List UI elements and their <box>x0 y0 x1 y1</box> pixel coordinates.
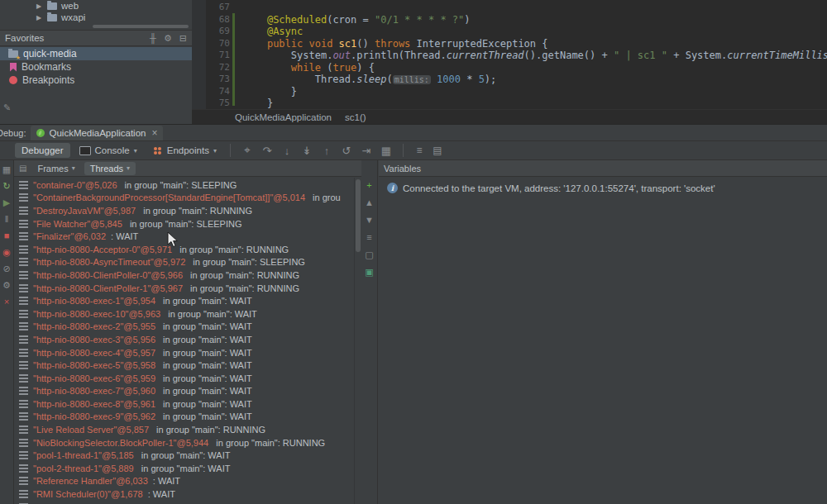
thread-row[interactable]: "http-nio-8080-ClientPoller-0"@5,966 in … <box>14 269 361 282</box>
tab-threads[interactable]: Threads▾ <box>84 162 136 175</box>
tab-frames[interactable]: Frames▾ <box>31 162 80 175</box>
thread-icon <box>19 245 28 254</box>
thread-row[interactable]: "http-nio-8080-exec-3"@5,956 in group "m… <box>14 333 361 346</box>
show-execution-point-icon[interactable]: ⌖ <box>237 144 257 157</box>
thread-state: in group "main": WAIT <box>160 360 252 370</box>
thread-row[interactable]: "File Watcher"@5,845 in group "main": SL… <box>14 217 361 231</box>
thread-row[interactable]: "Reference Handler"@6,033: WAIT <box>14 475 361 488</box>
force-step-into-icon[interactable]: ↡ <box>297 145 317 157</box>
add-watch-icon[interactable]: + <box>366 180 371 191</box>
thread-row[interactable]: "pool-2-thread-1"@5,889 in group "main":… <box>14 462 361 475</box>
thread-row[interactable]: "DestroyJavaVM"@5,987 in group "main": R… <box>14 204 361 217</box>
close-icon[interactable]: × <box>151 127 157 139</box>
tab-label: Console <box>95 145 130 155</box>
breakpoint-icon <box>9 76 17 84</box>
run-to-cursor-icon[interactable]: ⇥ <box>356 145 376 157</box>
thread-icon <box>19 426 28 434</box>
thread-name: "http-nio-8080-exec-3"@5,956 <box>33 335 155 345</box>
snapshot-icon[interactable]: ▣ <box>365 267 373 278</box>
scroll-down-icon[interactable]: ▼ <box>365 215 374 226</box>
list-view-icon[interactable]: ≡ <box>366 232 371 243</box>
collapse-all-icon[interactable]: ⊟ <box>179 33 187 44</box>
thread-list[interactable]: "container-0"@5,026 in group "main": SLE… <box>14 178 361 504</box>
thread-row[interactable]: "http-nio-8080-exec-5"@5,958 in group "m… <box>14 359 361 372</box>
favorites-item-Bookmarks[interactable]: Bookmarks <box>0 60 192 74</box>
stop-icon[interactable]: ■ <box>4 231 10 241</box>
breadcrumb-item[interactable]: QuickMediaApplication <box>235 112 332 122</box>
thread-row[interactable]: "http-nio-8080-ClientPoller-1"@5,967 in … <box>14 282 361 295</box>
show-toolwindow-icon[interactable]: ▦ <box>2 164 11 175</box>
mute-breakpoints-icon[interactable]: ⊘ <box>2 264 10 274</box>
thread-row[interactable]: "http-nio-8080-AsyncTimeout"@5,972 in gr… <box>14 256 361 269</box>
resume-icon[interactable]: ▶ <box>3 197 10 208</box>
split-mode-icon[interactable]: ╫ <box>150 33 156 44</box>
debug-session-tab[interactable]: QuickMediaApplication × <box>31 126 163 140</box>
code-lines: 6768 @Scheduled(cron = "0/1 * * * * ?")6… <box>192 2 827 109</box>
restore-layout-icon[interactable]: ▤ <box>428 145 447 156</box>
favorites-item-Breakpoints[interactable]: Breakpoints <box>0 74 192 87</box>
gear-icon[interactable]: ⚙ <box>164 33 172 44</box>
thread-row[interactable]: "RMI TCP Accept-0"@1,236: RUNNING <box>14 501 361 504</box>
code-text: System.out.println(Thread.currentThread(… <box>233 50 827 62</box>
debug-content: ▦↻▶‖■◉⊘⚙× ▤Frames▾Threads▾ "container-0"… <box>0 160 827 504</box>
tab-endpoints[interactable]: Endpoints▾ <box>146 143 223 158</box>
code-text: @Scheduled(cron = "0/1 * * * * ?") <box>233 14 471 26</box>
thread-row[interactable]: "Live Reload Server"@5,857 in group "mai… <box>14 423 361 436</box>
thread-row[interactable]: "http-nio-8080-exec-1"@5,954 in group "m… <box>14 294 361 307</box>
layout-menu-icon[interactable]: ≡ <box>410 145 428 156</box>
thread-row[interactable]: "http-nio-8080-exec-7"@5,960 in group "m… <box>14 385 361 398</box>
code-line: 73 Thread.sleep(millis: 1000 * 5); <box>192 74 827 86</box>
view-breakpoints-icon[interactable]: ◉ <box>2 247 11 258</box>
chevron-down-icon: ▾ <box>134 147 137 155</box>
evaluate-expression-icon[interactable]: ▦ <box>376 145 396 157</box>
thread-row[interactable]: "container-0"@5,026 in group "main": SLE… <box>14 178 361 192</box>
tab-debugger[interactable]: Debugger <box>15 143 70 158</box>
vertical-scrollbar[interactable] <box>354 178 361 504</box>
thread-row[interactable]: "pool-1-thread-1"@5,185 in group "main":… <box>14 449 361 462</box>
step-out-icon[interactable]: ↑ <box>317 145 337 157</box>
thread-row[interactable]: "http-nio-8080-exec-4"@5,957 in group "m… <box>14 346 361 359</box>
line-number: 69 <box>206 26 233 38</box>
horizontal-scrollbar[interactable] <box>93 25 189 28</box>
frame-view-icon[interactable]: ▢ <box>365 250 373 260</box>
pause-icon[interactable]: ‖ <box>5 214 9 225</box>
thread-row[interactable]: "ContainerBackgroundProcessor[StandardEn… <box>14 192 361 205</box>
scrollbar-thumb[interactable] <box>356 179 361 252</box>
thread-name: "Live Reload Server"@5,857 <box>33 425 149 435</box>
close-icon[interactable]: × <box>4 297 9 307</box>
step-over-icon[interactable]: ↷ <box>257 145 277 157</box>
thread-row[interactable]: "http-nio-8080-exec-10"@5,963 in group "… <box>14 307 361 321</box>
thread-state: in group "main": WAIT <box>160 348 252 358</box>
step-into-icon[interactable]: ↓ <box>277 145 297 157</box>
tab-console[interactable]: Console▾ <box>73 143 144 158</box>
settings-gear-icon[interactable]: ⚙ <box>2 280 11 291</box>
variables-header: Variables <box>379 160 827 177</box>
thread-state: in group "main": WAIT <box>139 464 231 473</box>
scroll-up-icon[interactable]: ▲ <box>365 197 374 208</box>
code-editor[interactable]: 6768 @Scheduled(cron = "0/1 * * * * ?")6… <box>192 0 827 109</box>
chevron-down-icon: ▾ <box>72 164 75 172</box>
favorites-item-quick-media[interactable]: quick-media <box>0 47 192 60</box>
thread-state: in group "main": WAIT <box>160 373 252 383</box>
thread-name: "http-nio-8080-exec-6"@5,959 <box>33 373 155 383</box>
thread-row[interactable]: "Finalizer"@6,032: WAIT <box>14 230 361 243</box>
thread-row[interactable]: "http-nio-8080-exec-9"@5,962 in group "m… <box>14 411 361 424</box>
thread-icon <box>19 232 28 240</box>
edit-icon[interactable]: ✎ <box>3 102 11 113</box>
rerun-icon[interactable]: ↻ <box>2 181 10 192</box>
thread-row[interactable]: "http-nio-8080-exec-8"@5,961 in group "m… <box>14 397 361 411</box>
thread-row[interactable]: "http-nio-8080-exec-6"@5,959 in group "m… <box>14 372 361 385</box>
chevron-right-icon[interactable]: ▶ <box>36 2 43 10</box>
chevron-right-icon[interactable]: ▶ <box>36 14 43 21</box>
thread-state: in group "main": SLEEPING <box>122 180 237 190</box>
breadcrumb-item[interactable]: sc1() <box>345 112 366 122</box>
thread-row[interactable]: "NioBlockingSelector.BlockPoller-1"@5,94… <box>14 436 361 449</box>
thread-row[interactable]: "http-nio-8080-Acceptor-0"@5,971 in grou… <box>14 243 361 256</box>
thread-row[interactable]: "http-nio-8080-exec-2"@5,955 in group "m… <box>14 321 361 334</box>
chevron-down-icon: ▾ <box>127 164 130 172</box>
thread-state: in group "main": WAIT <box>139 450 231 460</box>
tree-item-web[interactable]: ▶web <box>0 0 192 12</box>
tree-item-wxapi[interactable]: ▶wxapi <box>0 12 192 23</box>
thread-row[interactable]: "RMI Scheduler(0)"@1,678: WAIT <box>14 487 361 501</box>
drop-frame-icon[interactable]: ↺ <box>337 145 356 157</box>
